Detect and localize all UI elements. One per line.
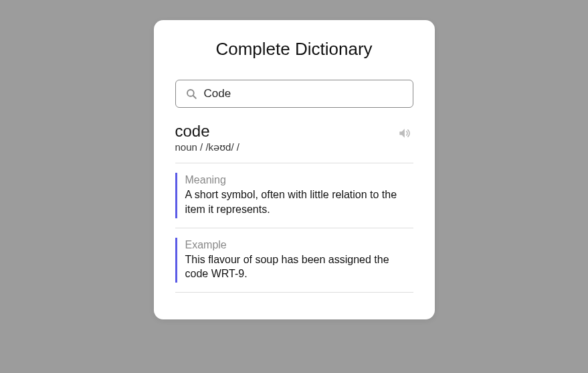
search-icon [185,88,197,100]
word: code [175,123,239,140]
svg-line-1 [193,96,195,98]
example-section: Example This flavour of soup has been as… [175,238,413,283]
divider [175,292,413,293]
part-of-speech: noun [175,141,197,153]
word-block: code noun / /kəʊd/ / [175,123,239,153]
example-label: Example [185,239,413,251]
meaning-section: Meaning A short symbol, often with littl… [175,173,413,218]
pronunciation: /kəʊd/ [205,141,233,153]
search-input[interactable] [204,87,385,100]
page-title: Complete Dictionary [175,39,413,60]
search-box [175,80,413,108]
dictionary-card: Complete Dictionary code noun / /kəʊ [154,20,435,319]
word-meta: noun / /kəʊd/ / [175,141,239,153]
clear-button[interactable] [391,88,403,100]
example-text: This flavour of soup has been assigned t… [185,252,413,281]
divider [175,228,413,228]
meaning-text: A short symbol, often with little relati… [185,188,413,216]
pronounce-button[interactable] [395,124,413,145]
word-header: code noun / /kəʊd/ / [175,123,413,153]
meaning-label: Meaning [185,174,413,186]
speaker-icon [397,132,411,142]
divider [175,163,413,163]
